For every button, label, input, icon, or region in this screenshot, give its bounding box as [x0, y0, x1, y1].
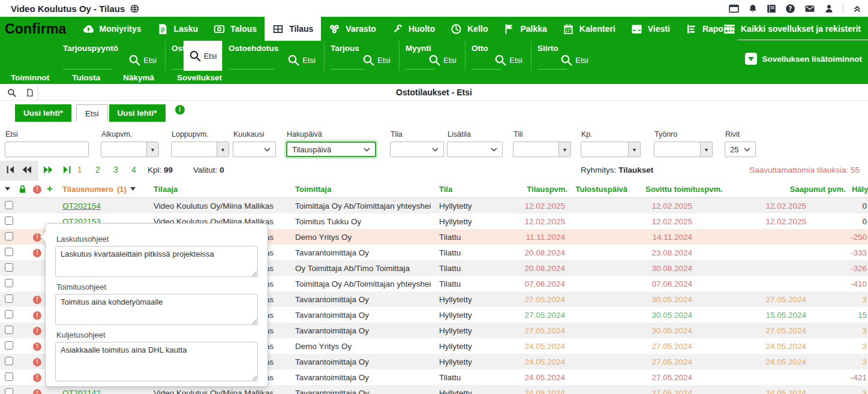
row-checkbox[interactable] — [5, 388, 13, 394]
header-tila[interactable]: Tila — [435, 185, 512, 194]
nav-item-kalenteri[interactable]: Kalenteri — [555, 17, 623, 41]
tab-uusi-lehti-1[interactable]: Uusi lehti* — [15, 104, 71, 122]
filter-kp-combo[interactable]: ▾ — [581, 142, 641, 157]
nav-item-viesti[interactable]: Viesti — [623, 17, 678, 41]
filter-loppupvm-dropdown-button[interactable]: ▾ — [217, 142, 229, 157]
prev-page-button[interactable] — [22, 166, 34, 175]
nav-item-palkka[interactable]: Palkka — [495, 17, 554, 41]
lock-icon[interactable] — [18, 185, 31, 194]
filter-tyonro-combo[interactable]: ▾ — [654, 142, 713, 157]
alert-column-icon[interactable]: ! — [31, 184, 44, 194]
window-icon[interactable] — [729, 4, 739, 14]
next-page-button[interactable] — [43, 166, 55, 175]
nav-item-tilaus[interactable]: Tilaus — [265, 17, 321, 41]
alert-icon[interactable]: ! — [33, 249, 41, 257]
page-1[interactable]: 1 — [73, 165, 87, 175]
row-checkbox[interactable] — [5, 248, 13, 256]
filter-etsi-input[interactable] — [5, 142, 89, 157]
subnav-group-label[interactable]: Siirto — [537, 44, 558, 53]
header-saapunut-pvm[interactable]: Saapunut pvm. — [723, 185, 846, 194]
alert-icon[interactable]: ! — [33, 327, 41, 335]
row-checkbox[interactable] — [5, 294, 13, 303]
all-apps-menu[interactable]: Kaikki sovellukset ja rekisterit — [724, 17, 861, 41]
filter-kp-dropdown-button[interactable]: ▾ — [628, 142, 640, 157]
header-tilauspvm[interactable]: Tilauspvm. — [512, 185, 567, 194]
collapse-header-icon[interactable] — [852, 4, 862, 13]
subnav-etsi-button[interactable]: Etsi — [184, 41, 222, 71]
alert-icon[interactable]: ! — [33, 296, 41, 304]
row-checkbox[interactable] — [5, 310, 13, 318]
subnav-group-label[interactable]: Tarjouspyyntö — [63, 44, 118, 53]
filter-alkupvm-input[interactable] — [101, 142, 146, 157]
row-checkbox[interactable] — [5, 263, 13, 272]
subnav-group-label[interactable]: Ostoehdotus — [229, 44, 278, 53]
filter-rivit-select[interactable]: 25 — [725, 142, 756, 157]
filter-tili-input[interactable] — [513, 142, 558, 157]
tab-uusi-lehti-2[interactable]: Uusi lehti* — [109, 104, 166, 122]
tab-etsi[interactable]: Etsi — [76, 104, 108, 122]
filter-alkupvm-combo[interactable]: ▾ — [101, 142, 159, 157]
subnav-etsi-button[interactable]: Etsi — [287, 54, 316, 66]
add-row-icon[interactable]: + — [44, 183, 59, 195]
menu-tulosta[interactable]: Tulosta — [72, 73, 100, 82]
nav-item-talous[interactable]: Talous — [206, 17, 265, 41]
journal-icon[interactable] — [767, 4, 776, 14]
row-checkbox[interactable] — [5, 216, 13, 225]
filter-hakupaiva-select[interactable]: Tilauspäivä — [286, 142, 376, 157]
nav-item-lasku[interactable]: Lasku — [149, 17, 206, 41]
subnav-etsi-button[interactable]: Etsi — [128, 54, 157, 66]
info-icon[interactable]: i — [175, 105, 185, 115]
row-checkbox[interactable] — [5, 341, 13, 350]
first-page-button[interactable] — [5, 166, 17, 175]
filter-tyonro-dropdown-button[interactable]: ▾ — [700, 142, 712, 157]
filter-loppupvm-combo[interactable]: ▾ — [171, 142, 229, 157]
nav-item-varasto[interactable]: Varasto — [321, 17, 384, 41]
row-checkbox[interactable] — [5, 326, 13, 334]
subnav-etsi-button[interactable]: Etsi — [494, 54, 522, 66]
nav-item-moniyritys[interactable]: Moniyritys — [75, 17, 149, 41]
confirma-logo[interactable]: Confirma — [5, 21, 67, 37]
alert-icon[interactable]: ! — [33, 342, 41, 351]
alert-icon[interactable]: ! — [33, 358, 41, 366]
last-page-button[interactable] — [62, 166, 74, 175]
subnav-etsi-button[interactable]: Etsi — [428, 54, 456, 66]
menu-nakyma[interactable]: Näkymä — [123, 73, 154, 82]
header-sovittu-toimituspvm[interactable]: Sovittu toimituspvm. — [627, 185, 723, 194]
page-3[interactable]: 3 — [109, 165, 123, 175]
page-4[interactable]: 4 — [127, 165, 141, 175]
help-icon[interactable]: ? — [785, 4, 795, 14]
kuljetusohjeet-textarea[interactable]: Asiakkaalle toimitus aina DHL kautta — [55, 342, 258, 381]
alert-icon[interactable]: ! — [33, 389, 41, 394]
nav-item-kello[interactable]: Kello — [443, 17, 495, 41]
nav-item-huolto[interactable]: Huolto — [384, 17, 443, 41]
filter-kuukausi-select[interactable] — [233, 142, 276, 157]
mail-icon[interactable] — [804, 4, 815, 14]
row-checkbox[interactable] — [5, 357, 13, 365]
app-extra-actions[interactable]: Sovelluksen lisätoiminnot — [745, 53, 862, 65]
bell-icon[interactable] — [748, 4, 758, 14]
row-checkbox[interactable] — [5, 279, 13, 287]
filter-loppupvm-input[interactable] — [172, 142, 217, 157]
header-tilaaja[interactable]: Tilaaja — [149, 185, 292, 194]
header-toimittaja[interactable]: Toimittaja — [292, 185, 435, 194]
row-checkbox[interactable] — [5, 232, 13, 240]
user-icon[interactable] — [824, 4, 834, 14]
menu-sovellukset[interactable]: Sovellukset — [177, 73, 222, 82]
filter-tili-combo[interactable]: ▾ — [513, 142, 571, 157]
row-checkbox[interactable] — [5, 372, 13, 381]
menu-toiminnot[interactable]: Toiminnot — [11, 73, 49, 82]
page-2[interactable]: 2 — [91, 165, 105, 175]
subnav-etsi-button[interactable]: Etsi — [560, 54, 588, 66]
alert-icon[interactable]: ! — [33, 311, 41, 320]
filter-kp-input[interactable] — [581, 142, 628, 157]
filter-lisatila-select[interactable] — [447, 142, 503, 157]
row-checkbox[interactable] — [5, 201, 13, 209]
subnav-group-label[interactable]: Myynti — [406, 44, 431, 53]
alert-icon[interactable]: ! — [33, 374, 41, 382]
bulk-select-dropdown[interactable] — [0, 187, 18, 191]
subnav-etsi-button[interactable]: Etsi — [362, 54, 391, 66]
header-tilausnumero[interactable]: Tilausnumero (1) — [59, 185, 149, 194]
laskutusohjeet-textarea[interactable]: Laskutus kvartaaleittain pitkissä projek… — [55, 246, 258, 277]
order-number-link[interactable]: OT202142 — [59, 389, 101, 394]
header-tulostuspaiva[interactable]: Tulostuspäivä — [567, 185, 627, 194]
